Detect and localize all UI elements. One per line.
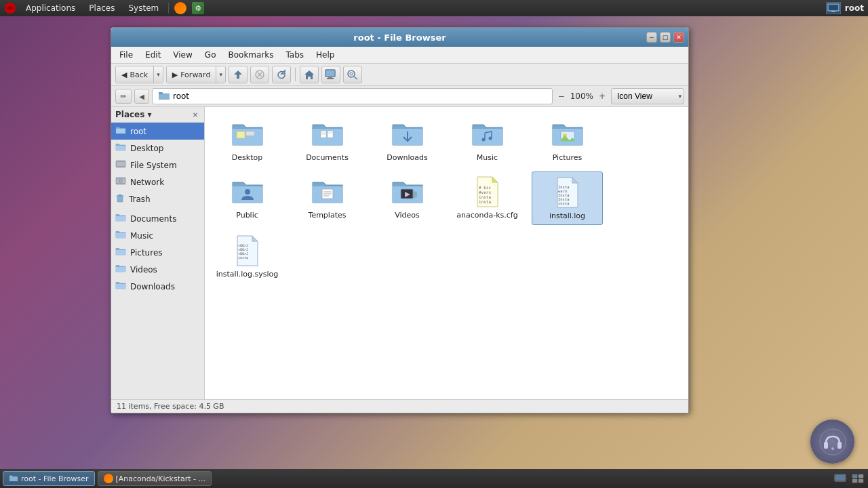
breadcrumb-folder-icon (158, 90, 170, 103)
minimize-button[interactable]: − (646, 32, 657, 43)
file-item-desktop[interactable]: Desktop (212, 114, 283, 166)
forward-button[interactable]: ▶ Forward ▾ (166, 66, 226, 83)
svg-rect-72 (852, 479, 857, 483)
svg-text:insta: insta (479, 199, 491, 204)
reload-button[interactable] (272, 66, 291, 83)
file-item-downloads[interactable]: Downloads (372, 114, 443, 166)
menu-help[interactable]: Help (311, 48, 340, 62)
sidebar-item-pictures[interactable]: Pictures (111, 244, 204, 261)
firefox-icon[interactable] (174, 2, 186, 14)
sidebar-downloads-icon (115, 281, 126, 292)
file-item-templates[interactable]: Templates (292, 171, 363, 225)
workspace-switcher[interactable] (850, 471, 865, 486)
second-app-icon[interactable]: ⚙ (192, 2, 204, 14)
sidebar-item-downloads[interactable]: Downloads (111, 278, 204, 295)
status-bar: 11 items, Free space: 4.5 GB (111, 399, 688, 413)
svg-text:insta: insta (558, 201, 570, 205)
svg-rect-24 (328, 77, 332, 78)
show-desktop-button[interactable] (833, 471, 848, 486)
sidebar-item-music[interactable]: Music (111, 227, 204, 244)
close-button[interactable]: ✕ (673, 32, 684, 43)
svg-rect-71 (859, 474, 863, 478)
stop-button[interactable] (250, 66, 269, 83)
location-edit-button[interactable]: ✏ (115, 89, 132, 104)
file-browser-window: root - File Browser − □ ✕ File Edit View… (111, 27, 689, 413)
sidebar-downloads-label: Downloads (130, 282, 175, 291)
svg-rect-36 (119, 195, 121, 196)
menu-bookmarks[interactable]: Bookmarks (222, 48, 279, 62)
view-select-wrapper[interactable]: Icon View List View Compact View ▾ (611, 88, 684, 104)
kickstart-taskbar-label: [Anaconda/Kickstart - ... (116, 474, 205, 483)
svg-point-14 (820, 429, 846, 455)
videos-folder-label: Videos (395, 211, 420, 220)
up-button[interactable] (229, 66, 248, 83)
sidebar-item-network[interactable]: Network (111, 174, 204, 190)
back-main[interactable]: ◀ Back (116, 66, 154, 83)
file-item-public[interactable]: Public (212, 171, 283, 225)
applications-menu[interactable]: Applications (22, 2, 79, 14)
menu-tabs[interactable]: Tabs (281, 48, 310, 62)
system-menu[interactable]: System (124, 2, 163, 14)
file-item-anaconda-cfg[interactable]: # kic #vers insta insta anaconda-ks.cfg (452, 171, 523, 225)
install-log-syslog-label: install.log.syslog (216, 270, 278, 279)
file-item-videos[interactable]: Videos (372, 171, 443, 225)
maximize-button[interactable]: □ (660, 32, 671, 43)
location-nav-left[interactable]: ◀ (134, 89, 149, 104)
sidebar-network-label: Network (130, 178, 164, 187)
menu-view[interactable]: View (167, 48, 197, 62)
sidebar-item-filesystem[interactable]: File System (111, 157, 204, 174)
desktop-folder-icon (231, 118, 264, 150)
sidebar-item-trash[interactable]: Trash (111, 190, 204, 207)
zoom-out-button[interactable]: − (555, 90, 568, 102)
search-toolbar-button[interactable] (343, 66, 362, 83)
toolbar-sep-1 (295, 68, 296, 81)
sidebar-documents-icon (115, 213, 126, 224)
forward-dropdown[interactable]: ▾ (216, 66, 225, 83)
menu-go[interactable]: Go (199, 48, 222, 62)
svg-rect-15 (824, 442, 828, 449)
menu-edit[interactable]: Edit (140, 48, 166, 62)
filebrowser-taskbar-button[interactable]: root - File Browser (3, 471, 95, 486)
taskbar-right-area (833, 471, 865, 486)
back-dropdown[interactable]: ▾ (154, 66, 163, 83)
home-toolbar-button[interactable] (300, 66, 319, 83)
computer-toolbar-button[interactable] (321, 66, 340, 83)
downloads-folder-label: Downloads (387, 153, 427, 162)
file-item-install-log[interactable]: Insta warn Insta Insta insta install.log (532, 171, 603, 225)
headphone-widget[interactable] (810, 420, 854, 464)
kickstart-taskbar-button[interactable]: [Anaconda/Kickstart - ... (98, 471, 212, 486)
sidebar-item-documents[interactable]: Documents (111, 210, 204, 227)
file-item-documents[interactable]: Documents (292, 114, 363, 166)
view-mode-select[interactable]: Icon View List View Compact View (611, 88, 684, 104)
svg-point-44 (481, 138, 485, 142)
public-folder-label: Public (236, 211, 258, 220)
forward-main[interactable]: ▶ Forward (167, 66, 217, 83)
zoom-level: 100% (570, 92, 593, 101)
sidebar-root-icon (115, 125, 126, 137)
window-title: root - File Browser (353, 33, 446, 43)
sidebar-trash-icon (115, 193, 125, 205)
menu-file[interactable]: File (114, 48, 138, 62)
svg-rect-69 (835, 475, 845, 481)
sidebar-item-desktop[interactable]: Desktop (111, 140, 204, 157)
breadcrumb-folder-name: root (173, 92, 189, 101)
places-menu[interactable]: Places (85, 2, 119, 14)
redhat-icon (4, 2, 16, 14)
file-item-pictures[interactable]: Pictures (532, 114, 603, 166)
username-label: root (845, 3, 864, 13)
file-item-install-log-syslog[interactable]: <86>J <86>J <86>J insta install.log.sysl… (212, 230, 283, 283)
sidebar-item-videos[interactable]: Videos (111, 261, 204, 278)
back-button[interactable]: ◀ Back ▾ (115, 66, 163, 83)
sidebar-header: Places ▾ ✕ (111, 107, 204, 123)
sidebar-desktop-label: Desktop (130, 144, 164, 153)
svg-rect-25 (327, 78, 334, 79)
svg-point-1 (7, 6, 14, 10)
file-grid: Desktop D (212, 114, 682, 283)
location-bar: ✏ ◀ root − 100% + Icon View List View Co… (111, 86, 688, 107)
back-label: Back (130, 70, 148, 79)
svg-rect-40 (328, 131, 333, 138)
sidebar-item-root[interactable]: root (111, 123, 204, 140)
sidebar-close-button[interactable]: ✕ (191, 110, 200, 119)
zoom-in-button[interactable]: + (596, 90, 608, 102)
file-item-music[interactable]: Music (452, 114, 523, 166)
